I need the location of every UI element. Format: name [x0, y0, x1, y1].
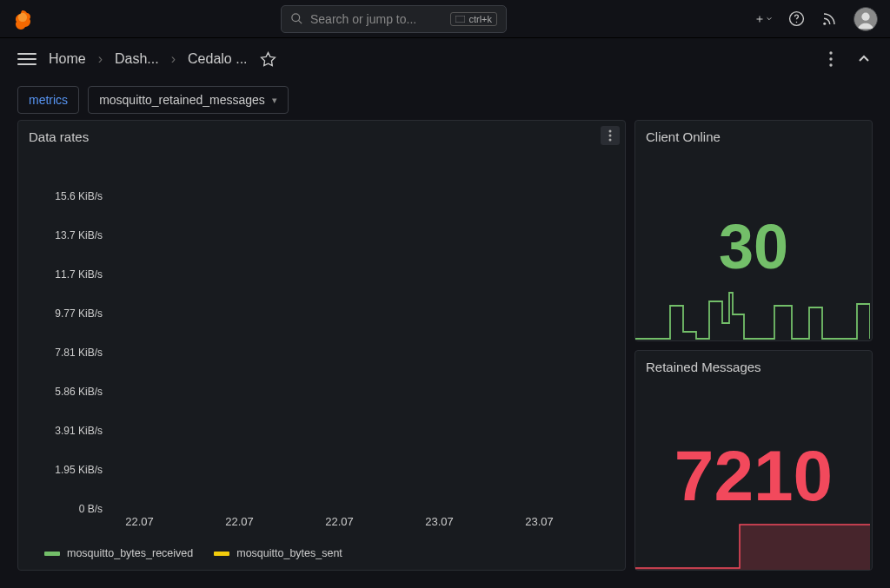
svg-point-8	[829, 51, 832, 54]
breadcrumb-current[interactable]: Cedalo ...	[188, 51, 247, 67]
chart-legend: mosquitto_bytes_received mosquitto_bytes…	[44, 547, 342, 559]
y-tick-label: 5.86 KiB/s	[29, 386, 103, 398]
legend-received[interactable]: mosquitto_bytes_received	[44, 547, 193, 559]
breadcrumb-home[interactable]: Home	[49, 51, 86, 67]
chevron-right-icon: ›	[98, 51, 103, 67]
retained-messages-value: 7210	[674, 440, 833, 512]
panel-menu-icon[interactable]	[601, 126, 620, 145]
svg-point-7	[861, 12, 869, 20]
dashboard-grid: Data rates 15.6 KiB/s13.7 KiB/s11.7 KiB/…	[0, 120, 890, 588]
variable-label[interactable]: metrics	[17, 86, 79, 114]
svg-point-12	[609, 135, 612, 137]
panel-title: Client Online	[635, 121, 872, 153]
y-tick-label: 15.6 KiB/s	[29, 190, 103, 202]
y-tick-label: 13.7 KiB/s	[29, 229, 103, 241]
data-rates-chart[interactable]: 15.6 KiB/s13.7 KiB/s11.7 KiB/s9.77 KiB/s…	[18, 153, 625, 570]
y-tick-label: 3.91 KiB/s	[29, 425, 103, 437]
svg-point-13	[609, 139, 612, 142]
svg-line-1	[298, 20, 302, 23]
chevron-down-icon: ▾	[272, 95, 277, 106]
y-tick-label: 1.95 KiB/s	[29, 464, 103, 476]
y-tick-label: 0 B/s	[29, 503, 103, 515]
star-icon[interactable]	[260, 50, 277, 68]
variable-bar: metrics mosquitto_retained_messages ▾	[0, 80, 890, 120]
search-placeholder: Search or jump to...	[310, 12, 443, 26]
topbar-right	[754, 7, 878, 31]
y-tick-label: 9.77 KiB/s	[29, 307, 103, 320]
y-tick-label: 11.7 KiB/s	[29, 268, 103, 281]
x-tick-label: 23.07	[525, 515, 554, 528]
svg-point-0	[292, 14, 300, 22]
y-tick-label: 7.81 KiB/s	[29, 347, 103, 359]
svg-point-4	[795, 22, 797, 23]
search-shortcut-badge: ctrl+k	[450, 12, 497, 26]
svg-point-5	[823, 22, 826, 24]
help-icon[interactable]	[787, 10, 805, 28]
svg-point-11	[609, 130, 612, 133]
chevron-right-icon: ›	[171, 51, 176, 67]
panel-retained-messages: Retained Messages 7210	[634, 350, 873, 571]
svg-point-10	[829, 63, 832, 66]
client-online-value: 30	[719, 215, 788, 278]
dashboard-settings-icon[interactable]	[822, 50, 840, 68]
topbar: Search or jump to... ctrl+k	[0, 0, 890, 38]
x-tick-label: 23.07	[425, 515, 454, 528]
menu-toggle-icon[interactable]	[17, 50, 37, 69]
breadcrumb-bar: Home › Dash... › Cedalo ...	[0, 38, 890, 80]
search-icon	[290, 12, 303, 25]
collapse-icon[interactable]	[855, 50, 873, 68]
client-online-sparkline	[635, 288, 870, 340]
user-avatar[interactable]	[853, 7, 878, 31]
panel-title: Data rates	[18, 121, 625, 153]
global-search[interactable]: Search or jump to... ctrl+k	[281, 5, 507, 33]
x-tick-label: 22.07	[125, 515, 154, 528]
svg-rect-2	[455, 16, 465, 23]
retained-sparkline	[635, 518, 870, 570]
add-button[interactable]	[754, 10, 772, 28]
panel-title: Retained Messages	[635, 351, 872, 383]
rss-icon[interactable]	[820, 10, 838, 28]
x-tick-label: 22.07	[325, 515, 354, 528]
svg-point-9	[829, 57, 832, 60]
x-tick-label: 22.07	[225, 515, 254, 528]
legend-sent[interactable]: mosquitto_bytes_sent	[214, 547, 342, 559]
panel-client-online: Client Online 30	[634, 120, 873, 341]
variable-value-dropdown[interactable]: mosquitto_retained_messages ▾	[88, 86, 289, 114]
grafana-logo-icon[interactable]	[12, 9, 33, 30]
breadcrumb-dashboards[interactable]: Dash...	[115, 51, 159, 67]
panel-data-rates: Data rates 15.6 KiB/s13.7 KiB/s11.7 KiB/…	[17, 120, 626, 571]
